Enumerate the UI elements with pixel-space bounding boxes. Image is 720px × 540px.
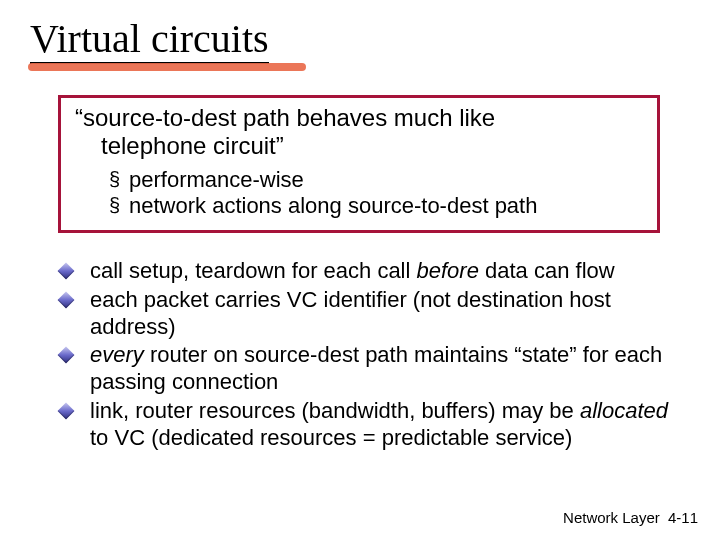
sub-list: performance-wise network actions along s… bbox=[109, 167, 643, 221]
highlight-marker-icon bbox=[28, 63, 306, 71]
title-wrap: Virtual circuits bbox=[30, 18, 269, 64]
bullet-3: every router on source-dest path maintai… bbox=[58, 342, 668, 396]
footer-chapter: Network Layer bbox=[563, 509, 660, 526]
bullet-1-text-a: call setup, teardown for each call bbox=[90, 258, 417, 283]
bullet-4-text-b: allocated bbox=[580, 398, 668, 423]
main-bullet-list: call setup, teardown for each call befor… bbox=[58, 258, 668, 454]
slide-title: Virtual circuits bbox=[30, 18, 269, 64]
definition-box: “source-to-dest path behaves much like t… bbox=[58, 95, 660, 233]
quote-line-2: telephone circuit” bbox=[75, 132, 643, 160]
slide: Virtual circuits “source-to-dest path be… bbox=[0, 0, 720, 540]
diamond-icon bbox=[58, 403, 75, 420]
bullet-3-text-b: router on source-dest path maintains “st… bbox=[90, 342, 662, 394]
bullet-2: each packet carries VC identifier (not d… bbox=[58, 287, 668, 341]
bullet-1-text-c: data can flow bbox=[479, 258, 615, 283]
bullet-3-text-a: every bbox=[90, 342, 144, 367]
bullet-1-text-b: before bbox=[417, 258, 479, 283]
bullet-4: link, router resources (bandwidth, buffe… bbox=[58, 398, 668, 452]
diamond-icon bbox=[58, 347, 75, 364]
quote-text: “source-to-dest path behaves much like t… bbox=[75, 104, 643, 161]
footer-page: 4-11 bbox=[668, 509, 698, 526]
bullet-1: call setup, teardown for each call befor… bbox=[58, 258, 668, 285]
diamond-icon bbox=[58, 263, 75, 280]
footer: Network Layer 4-11 bbox=[563, 509, 698, 526]
bullet-2-text: each packet carries VC identifier (not d… bbox=[90, 287, 611, 339]
bullet-4-text-c: to VC (dedicated resources = predictable… bbox=[90, 425, 572, 450]
bullet-4-text-a: link, router resources (bandwidth, buffe… bbox=[90, 398, 580, 423]
quote-line-1: “source-to-dest path behaves much like bbox=[75, 104, 495, 131]
diamond-icon bbox=[58, 291, 75, 308]
sub-item-2: network actions along source-to-dest pat… bbox=[109, 193, 643, 220]
sub-item-1: performance-wise bbox=[109, 167, 643, 194]
